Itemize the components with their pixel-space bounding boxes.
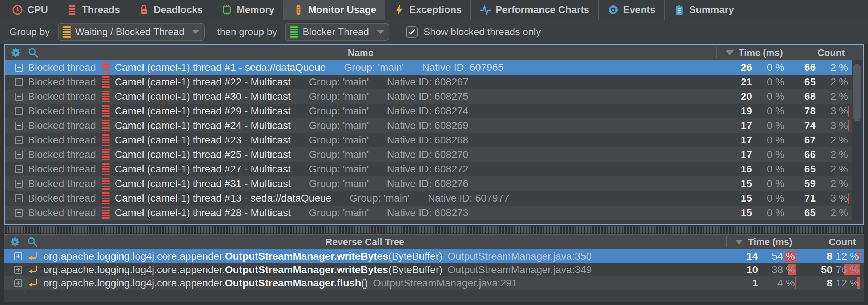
call-tree-header: Reverse Call Tree Time (ms) Count <box>4 235 864 249</box>
column-header-name[interactable]: Name <box>5 45 716 60</box>
call-tree-row[interactable]: + org.apache.logging.log4j.core.appender… <box>4 263 864 276</box>
time-ms-value: 21 <box>705 75 752 89</box>
call-tree-row[interactable]: + org.apache.logging.log4j.core.appender… <box>4 276 864 290</box>
tab-monitor-usage[interactable]: Monitor Usage <box>284 0 385 20</box>
time-percent-value: 38 % <box>760 263 795 276</box>
expand-icon[interactable]: + <box>15 165 23 173</box>
blocked-thread-row[interactable]: + Blocked thread Camel (camel-1) thread … <box>5 147 863 162</box>
thread-name: Camel (camel-1) thread #13 - seda://data… <box>115 192 331 204</box>
blocked-thread-row[interactable]: + Blocked thread Camel (camel-1) thread … <box>5 162 863 176</box>
tab-exceptions[interactable]: Exceptions <box>385 0 471 20</box>
tab-label: Events <box>623 4 655 16</box>
threads-icon <box>66 4 78 16</box>
expand-icon[interactable]: + <box>14 252 22 260</box>
tab-memory[interactable]: Memory <box>212 0 284 20</box>
blocked-thread-icon <box>102 91 110 102</box>
blocked-thread-row[interactable]: + Blocked thread Camel (camel-1) thread … <box>5 104 863 118</box>
expand-icon[interactable]: + <box>15 151 23 159</box>
count-value: 71 <box>776 191 816 206</box>
group-by-dropdown[interactable]: Waiting / Blocked Thread <box>58 23 205 41</box>
expand-icon[interactable]: + <box>15 180 23 188</box>
blocked-thread-icon <box>102 178 110 190</box>
column-divider[interactable] <box>716 47 717 58</box>
thread-group: Group: 'main' <box>350 192 410 204</box>
scrollbar-thumb[interactable] <box>853 64 861 121</box>
tab-threads[interactable]: Threads <box>57 0 129 20</box>
expand-icon[interactable]: + <box>15 64 23 72</box>
expand-icon[interactable]: + <box>15 107 23 115</box>
tab-summary[interactable]: Summary <box>665 0 743 20</box>
count-value: 74 <box>776 118 816 133</box>
time-ms-value: 20 <box>705 89 752 104</box>
column-divider[interactable] <box>726 236 727 247</box>
lightning-icon <box>394 4 405 16</box>
thread-name: Camel (camel-1) thread #31 - Multicast <box>115 178 291 190</box>
thread-kind-label: Blocked thread <box>28 91 96 102</box>
call-tree-title: Reverse Call Tree <box>4 235 726 249</box>
panel-splitter-handle[interactable] <box>4 226 864 233</box>
cpu-clock-icon <box>12 4 23 16</box>
tab-cpu[interactable]: CPU <box>3 0 57 20</box>
expand-icon[interactable]: + <box>14 279 22 287</box>
vertical-scrollbar[interactable] <box>852 60 863 220</box>
thread-kind-label: Blocked thread <box>28 149 96 160</box>
blocked-thread-row[interactable]: + Blocked thread Camel (camel-1) thread … <box>5 118 863 133</box>
expand-icon[interactable]: + <box>15 78 23 86</box>
expand-icon[interactable]: + <box>15 93 23 101</box>
expand-icon[interactable]: + <box>15 209 23 217</box>
show-blocked-only-checkbox[interactable] <box>406 26 418 38</box>
tab-label: Summary <box>689 4 734 16</box>
blocked-thread-row[interactable]: + Blocked thread Camel (camel-1) thread … <box>5 206 863 220</box>
thread-group: Group: 'main' <box>309 178 369 190</box>
count-value: 59 <box>776 176 816 191</box>
expand-icon[interactable]: + <box>15 194 23 202</box>
then-group-by-dropdown[interactable]: Blocker Thread <box>285 23 389 41</box>
count-percent-value: 3 % <box>815 118 848 133</box>
tab-deadlocks[interactable]: Deadlocks <box>129 0 212 20</box>
column-header-time[interactable]: Time (ms) <box>735 235 792 249</box>
chevron-down-icon <box>192 30 200 34</box>
expand-icon[interactable]: + <box>14 266 22 274</box>
backtrace-arrow-icon <box>27 264 38 275</box>
expand-icon[interactable]: + <box>15 136 23 144</box>
time-percent-value: 4 % <box>760 276 795 290</box>
thread-group: Group: 'main' <box>344 62 404 73</box>
threads-table-header: Name Time (ms) Count <box>5 45 863 60</box>
blocked-thread-row[interactable]: + Blocked thread Camel (camel-1) thread … <box>5 89 863 104</box>
blocked-thread-icon <box>102 62 110 73</box>
tab-performance-charts[interactable]: Performance Charts <box>471 0 599 20</box>
column-header-count[interactable]: Count <box>829 235 856 249</box>
sort-desc-icon <box>726 50 734 55</box>
column-divider[interactable] <box>793 47 793 58</box>
call-site-text: org.apache.logging.log4j.core.appender.O… <box>43 264 442 276</box>
blocked-thread-icon <box>102 76 110 88</box>
blocked-thread-row[interactable]: + Blocked thread Camel (camel-1) thread … <box>5 133 863 147</box>
count-percent-value: 76 % <box>824 263 859 276</box>
thread-name: Camel (camel-1) thread #29 - Multicast <box>115 105 291 117</box>
count-percent-value: 3 % <box>815 104 848 118</box>
thread-kind-label: Blocked thread <box>28 192 96 204</box>
thread-group: Group: 'main' <box>309 134 369 146</box>
tab-label: CPU <box>27 4 48 16</box>
thread-name: Camel (camel-1) thread #24 - Multicast <box>115 120 291 131</box>
thread-native-id: Native ID: 608272 <box>387 163 469 175</box>
blocked-thread-row[interactable]: + Blocked thread Camel (camel-1) thread … <box>5 176 863 191</box>
tab-label: Threads <box>82 4 120 16</box>
blocked-thread-row[interactable]: + Blocked thread Camel (camel-1) thread … <box>5 191 863 206</box>
tab-events[interactable]: Events <box>599 0 665 20</box>
column-header-time[interactable]: Time (ms) <box>726 45 783 60</box>
expand-icon[interactable]: + <box>15 122 23 130</box>
call-tree-row[interactable]: + org.apache.logging.log4j.core.appender… <box>4 249 864 263</box>
blocked-thread-row[interactable]: + Blocked thread Camel (camel-1) thread … <box>5 60 863 75</box>
thread-name: Camel (camel-1) thread #27 - Multicast <box>115 163 291 175</box>
count-percent-value: 2 % <box>815 176 848 191</box>
thread-group: Group: 'main' <box>309 149 369 160</box>
blocked-thread-icon <box>102 105 110 117</box>
thread-group: Group: 'main' <box>309 120 369 131</box>
column-header-count[interactable]: Count <box>817 45 845 60</box>
column-divider[interactable] <box>803 236 803 247</box>
blocked-thread-row[interactable]: + Blocked thread Camel (camel-1) thread … <box>5 75 863 89</box>
thread-kind-label: Blocked thread <box>28 163 96 175</box>
thread-native-id: Native ID: 608273 <box>387 207 469 219</box>
checkmark-icon <box>407 28 416 36</box>
